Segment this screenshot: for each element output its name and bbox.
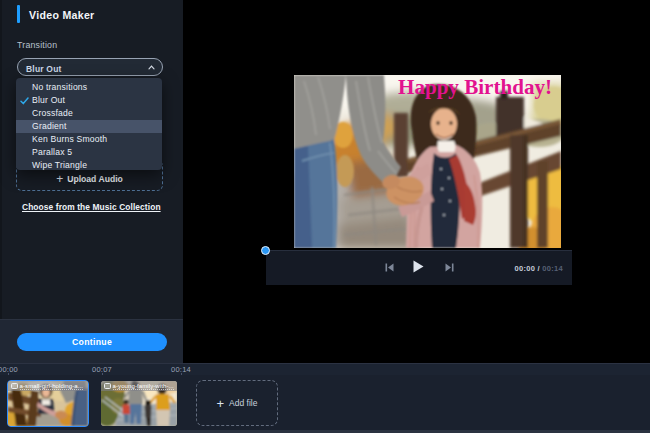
svg-text:Happy Birthday!: Happy Birthday! bbox=[398, 75, 552, 99]
